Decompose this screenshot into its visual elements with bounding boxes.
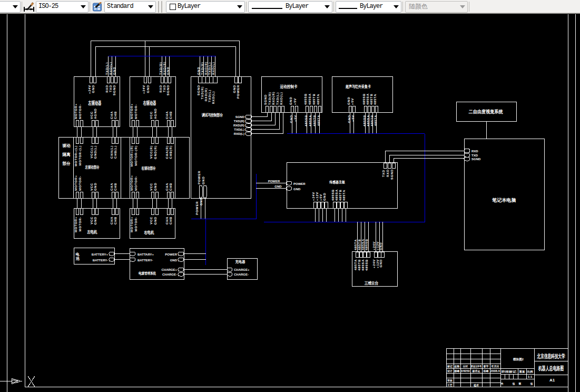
- svg-text:SGND: SGND: [235, 115, 245, 119]
- svg-text:RXD(R): RXD(R): [204, 62, 208, 75]
- svg-text:SGND: SGND: [390, 169, 394, 180]
- svg-text:TXD: TXD: [109, 85, 112, 92]
- svg-text:SGND: SGND: [264, 94, 267, 105]
- svg-text:+5V: +5V: [293, 98, 297, 105]
- svg-text:AGND: AGND: [154, 109, 157, 119]
- svg-text:GND: GND: [202, 177, 205, 184]
- svg-text:TXD(L): TXD(L): [105, 62, 109, 75]
- svg-text:AGND: AGND: [94, 109, 97, 119]
- svg-text:审核: 审核: [447, 379, 453, 382]
- svg-text:CHA(L): CHA(L): [110, 145, 113, 159]
- svg-text:CHB: CHB: [114, 217, 117, 224]
- svg-text:1:1: 1:1: [528, 375, 533, 378]
- svg-text:RXD: RXD: [159, 85, 162, 93]
- svg-text:驱动: 驱动: [62, 143, 71, 148]
- svg-text:CHB(L): CHB(L): [114, 145, 117, 159]
- svg-text:+24V: +24V: [312, 192, 315, 201]
- svg-text:电源管理系统: 电源管理系统: [139, 271, 156, 276]
- svg-text:MOTOR-: MOTOR-: [134, 217, 137, 231]
- svg-text:二自由度视觉系统: 二自由度视觉系统: [469, 109, 504, 114]
- svg-text:运动控制卡: 运动控制卡: [280, 84, 298, 89]
- svg-text:批准: 批准: [473, 384, 479, 387]
- svg-text:485TA: 485TA: [317, 94, 320, 105]
- svg-text:MOTOR-(L): MOTOR-(L): [78, 145, 82, 165]
- svg-text:TXD(R): TXD(R): [201, 86, 204, 100]
- svg-text:TXD(L): TXD(L): [208, 62, 211, 75]
- svg-text:+12V: +12V: [316, 192, 319, 201]
- svg-text:年月日: 年月日: [491, 365, 499, 368]
- svg-text:CHB: CHB: [169, 111, 172, 119]
- svg-text:更改文件号: 更改文件号: [470, 365, 481, 368]
- svg-text:+5V: +5V: [319, 194, 322, 201]
- svg-text:北京信息科技大学: 北京信息科技大学: [537, 353, 565, 359]
- svg-text:RXD(L): RXD(L): [212, 62, 215, 75]
- svg-text:485TA: 485TA: [373, 94, 377, 105]
- svg-text:485SB: 485SB: [363, 115, 366, 126]
- svg-text:485SA: 485SA: [366, 93, 369, 105]
- svg-text:485TA: 485TA: [342, 190, 346, 201]
- svg-text:GND: GND: [274, 185, 282, 188]
- svg-text:GND: GND: [289, 97, 292, 105]
- svg-text:MOTOR+: MOTOR+: [130, 175, 133, 191]
- svg-text:POWER: POWER: [293, 182, 306, 185]
- svg-text:共: 共: [500, 382, 504, 385]
- svg-text:TXD(R): TXD(R): [268, 92, 271, 105]
- svg-text:485TB: 485TB: [339, 189, 342, 201]
- svg-text:MOTOR-: MOTOR-: [78, 176, 82, 191]
- svg-text:+5V: +5V: [294, 115, 297, 122]
- svg-text:GND: GND: [379, 242, 382, 250]
- svg-text:TXD(R): TXD(R): [159, 62, 162, 75]
- svg-text:RXD(R): RXD(R): [204, 88, 208, 101]
- svg-text:485TB: 485TB: [312, 93, 316, 105]
- svg-text:485TA: 485TA: [374, 115, 377, 126]
- svg-text:GND: GND: [154, 183, 157, 191]
- svg-text:BATTERY-: BATTERY-: [93, 259, 108, 262]
- svg-text:04050: 04050: [461, 369, 470, 373]
- svg-text:笔记本电脑: 笔记本电脑: [492, 198, 516, 203]
- svg-text:+24V: +24V: [372, 241, 376, 250]
- svg-text:TXD: TXD: [163, 85, 166, 92]
- svg-text:485TA: 485TA: [354, 239, 357, 250]
- svg-text:VCC: VCC: [150, 217, 153, 224]
- svg-text:485SA: 485SA: [361, 239, 365, 250]
- svg-text:CHB: CHB: [114, 183, 117, 191]
- svg-text:POWER: POWER: [237, 85, 240, 99]
- svg-text:CHA: CHA: [110, 217, 113, 224]
- svg-text:485SA: 485SA: [361, 259, 365, 271]
- svg-text:工艺: 工艺: [447, 384, 453, 387]
- svg-text:MOTOR+: MOTOR+: [130, 217, 133, 232]
- svg-text:RXD: RXD: [471, 150, 478, 153]
- svg-text:CHARGE-: CHARGE-: [162, 273, 177, 276]
- svg-text:VCC: VCC: [90, 217, 93, 224]
- svg-text:GND(R): GND(R): [154, 145, 157, 159]
- svg-text:签字: 签字: [483, 365, 489, 368]
- svg-text:模块图2: 模块图2: [513, 357, 524, 361]
- svg-text:GND: GND: [347, 97, 350, 105]
- svg-text:MOTOR+: MOTOR+: [74, 103, 77, 119]
- svg-text:GND: GND: [170, 259, 178, 262]
- svg-text:CHARGE-: CHARGE-: [234, 273, 249, 276]
- svg-text:+24V: +24V: [372, 259, 376, 268]
- svg-text:CHA: CHA: [110, 183, 113, 191]
- svg-text:GND: GND: [290, 115, 293, 123]
- svg-text:POWER: POWER: [165, 253, 177, 256]
- svg-text:485SB: 485SB: [304, 115, 308, 126]
- svg-text:GND: GND: [146, 85, 150, 93]
- svg-text:485SA: 485SA: [335, 189, 338, 201]
- svg-text:485SA: 485SA: [308, 93, 311, 105]
- svg-text:485SA: 485SA: [367, 115, 370, 126]
- svg-text:MOTOR+(L): MOTOR+(L): [74, 145, 77, 166]
- svg-text:GND: GND: [92, 85, 95, 93]
- svg-text:VCC: VCC: [90, 111, 93, 119]
- svg-text:+5V: +5V: [351, 98, 354, 105]
- svg-text:MOTOR-: MOTOR-: [78, 217, 82, 231]
- svg-text:BATTERY-: BATTERY-: [137, 259, 153, 262]
- svg-text:GND(L): GND(L): [94, 145, 97, 159]
- svg-text:超声与红外采集卡: 超声与红外采集卡: [345, 84, 371, 89]
- svg-text:RXD(L): RXD(L): [234, 132, 244, 135]
- svg-text:处数: 处数: [454, 365, 460, 368]
- svg-text:VCC: VCC: [150, 183, 153, 191]
- svg-text:CHA: CHA: [165, 183, 169, 191]
- svg-text:GND: GND: [293, 188, 301, 191]
- svg-text:第: 第: [518, 382, 522, 385]
